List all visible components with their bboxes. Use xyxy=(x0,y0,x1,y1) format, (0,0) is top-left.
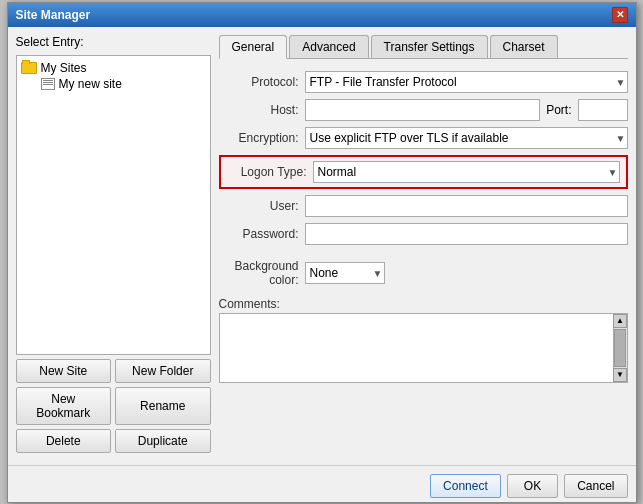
tab-general[interactable]: General xyxy=(219,35,288,59)
encryption-select[interactable]: Use explicit FTP over TLS if available O… xyxy=(305,127,628,149)
host-row: Host: Port: xyxy=(219,99,628,121)
background-color-row: Background color: None Red Green Blue Ye… xyxy=(219,259,628,287)
port-label: Port: xyxy=(546,103,571,117)
tree-view: My Sites My new site xyxy=(16,55,211,355)
host-input[interactable] xyxy=(305,99,541,121)
site-icon xyxy=(41,78,55,90)
tab-transfer-settings[interactable]: Transfer Settings xyxy=(371,35,488,58)
comments-area: ▲ ▼ xyxy=(219,313,628,383)
cancel-button[interactable]: Cancel xyxy=(564,474,627,498)
user-label: User: xyxy=(219,199,299,213)
tree-folder-my-sites[interactable]: My Sites xyxy=(21,60,206,76)
background-color-select[interactable]: None Red Green Blue Yellow xyxy=(305,262,385,284)
password-label: Password: xyxy=(219,227,299,241)
connect-button[interactable]: Connect xyxy=(430,474,501,498)
comments-label: Comments: xyxy=(219,297,628,311)
folder-icon xyxy=(21,62,37,74)
logon-type-select-wrapper: Normal Anonymous Ask for password Intera… xyxy=(313,161,620,183)
scrollbar-up-button[interactable]: ▲ xyxy=(613,314,627,328)
site-label: My new site xyxy=(59,77,122,91)
ok-button[interactable]: OK xyxy=(507,474,558,498)
new-site-button[interactable]: New Site xyxy=(16,359,112,383)
window-body: Select Entry: My Sites My new site New S… xyxy=(8,27,636,461)
protocol-select-wrapper: FTP - File Transfer Protocol SFTP - SSH … xyxy=(305,71,628,93)
new-folder-button[interactable]: New Folder xyxy=(115,359,211,383)
user-input[interactable] xyxy=(305,195,628,217)
protocol-select[interactable]: FTP - File Transfer Protocol SFTP - SSH … xyxy=(305,71,628,93)
tabs: General Advanced Transfer Settings Chars… xyxy=(219,35,628,59)
password-row: Password: xyxy=(219,223,628,245)
close-button[interactable]: ✕ xyxy=(612,7,628,23)
site-manager-window: Site Manager ✕ Select Entry: My Sites My… xyxy=(7,2,637,503)
right-panel: General Advanced Transfer Settings Chars… xyxy=(219,35,628,453)
encryption-select-wrapper: Use explicit FTP over TLS if available O… xyxy=(305,127,628,149)
left-panel: Select Entry: My Sites My new site New S… xyxy=(16,35,211,453)
user-row: User: xyxy=(219,195,628,217)
comments-textarea[interactable] xyxy=(220,314,613,346)
title-bar: Site Manager ✕ xyxy=(8,3,636,27)
password-input[interactable] xyxy=(305,223,628,245)
comments-scrollbar: ▲ ▼ xyxy=(613,314,627,382)
duplicate-button[interactable]: Duplicate xyxy=(115,429,211,453)
select-entry-label: Select Entry: xyxy=(16,35,211,49)
general-form: Protocol: FTP - File Transfer Protocol S… xyxy=(219,67,628,387)
comments-section: Comments: ▲ ▼ xyxy=(219,293,628,383)
logon-type-select[interactable]: Normal Anonymous Ask for password Intera… xyxy=(313,161,620,183)
folder-label: My Sites xyxy=(41,61,87,75)
logon-type-row: Logon Type: Normal Anonymous Ask for pas… xyxy=(219,155,628,189)
port-input[interactable] xyxy=(578,99,628,121)
scrollbar-down-button[interactable]: ▼ xyxy=(613,368,627,382)
host-label: Host: xyxy=(219,103,299,117)
new-bookmark-button[interactable]: New Bookmark xyxy=(16,387,112,425)
tab-charset[interactable]: Charset xyxy=(490,35,558,58)
background-color-select-wrapper: None Red Green Blue Yellow ▼ xyxy=(305,262,385,284)
protocol-row: Protocol: FTP - File Transfer Protocol S… xyxy=(219,71,628,93)
logon-type-label: Logon Type: xyxy=(227,165,307,179)
encryption-label: Encryption: xyxy=(219,131,299,145)
protocol-label: Protocol: xyxy=(219,75,299,89)
action-buttons: New Site New Folder New Bookmark Rename … xyxy=(16,359,211,453)
rename-button[interactable]: Rename xyxy=(115,387,211,425)
tree-item-my-new-site[interactable]: My new site xyxy=(21,76,206,92)
bottom-buttons: Connect OK Cancel xyxy=(8,465,636,502)
scrollbar-thumb[interactable] xyxy=(614,329,626,367)
tab-advanced[interactable]: Advanced xyxy=(289,35,368,58)
background-color-label: Background color: xyxy=(219,259,299,287)
encryption-row: Encryption: Use explicit FTP over TLS if… xyxy=(219,127,628,149)
window-title: Site Manager xyxy=(16,8,91,22)
delete-button[interactable]: Delete xyxy=(16,429,112,453)
